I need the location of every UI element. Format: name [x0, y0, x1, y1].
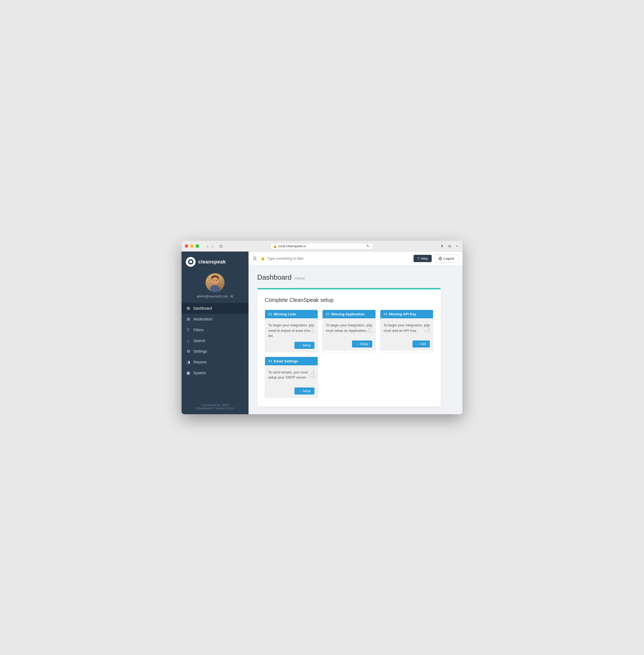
- step-1-action-label: → Setup: [298, 343, 311, 347]
- filters-icon: ▽: [186, 328, 191, 332]
- step-2-watermark: 2: [366, 320, 373, 335]
- chevron-icon-reports: ‹: [243, 360, 244, 364]
- avatar: [206, 273, 225, 292]
- sidebar: cleanspeak: [182, 252, 249, 414]
- settings-icon: ⚙: [186, 349, 191, 354]
- step-1-body: 1 To begin your integration, you need to…: [265, 318, 318, 352]
- step-3-header: #3 Missing API Key: [381, 310, 433, 318]
- setup-grid-row1: #1 Missing Lists 1 To begin your integra…: [265, 310, 433, 352]
- sidebar-toggle-button[interactable]: ⊡: [218, 244, 224, 249]
- app-layout: cleanspeak: [182, 252, 462, 414]
- search-icon: ⌕: [186, 338, 191, 343]
- step-3-num: #3: [384, 312, 387, 316]
- logout-button[interactable]: ⏻ Logout: [434, 254, 458, 263]
- step-3-watermark: 3: [423, 320, 431, 335]
- help-button[interactable]: ? Help: [414, 255, 432, 262]
- step-1-title: Missing Lists: [274, 312, 296, 316]
- step-4-action-label: → Setup: [298, 389, 311, 393]
- nav-label-system: System: [193, 371, 240, 375]
- step-2-body: 2 To begin your integration, you must se…: [323, 318, 375, 351]
- step-2-desc: To begin your integration, you must setu…: [326, 323, 372, 337]
- app-window: ‹ › ⊡ 🔒 local.cleanspeak.io ↻ ⬆ ⧉ +: [182, 241, 462, 414]
- page-header: Dashboard Home: [257, 273, 454, 281]
- svg-rect-2: [190, 260, 191, 261]
- minimize-button[interactable]: [190, 244, 194, 248]
- page-content: Dashboard Home Complete CleanSpeak setup…: [249, 266, 462, 414]
- chevron-icon-system: ‹: [243, 371, 244, 375]
- system-icon: ▣: [186, 370, 191, 375]
- main-area: ☰ 👍 ? Help ⏻ Logout Dashboard Home: [249, 252, 462, 414]
- maximize-button[interactable]: [196, 244, 199, 248]
- duplicate-button[interactable]: ⧉: [447, 244, 452, 249]
- step-1-desc: To begin your integration, you need to i…: [268, 323, 315, 339]
- nav-label-filters: Filters: [193, 328, 240, 332]
- setup-card: Complete CleanSpeak setup #1 Missing Lis…: [257, 288, 441, 407]
- user-email: admin@inversoft.com: [197, 295, 228, 298]
- sidebar-item-system[interactable]: ▣ System ‹: [182, 367, 249, 378]
- step-4-watermark: 4: [308, 367, 316, 382]
- sidebar-item-settings[interactable]: ⚙ Settings ‹: [182, 346, 249, 357]
- step-1-num: #1: [268, 312, 272, 316]
- nav-label-moderation: Moderation: [193, 317, 244, 321]
- step-2-title: Missing Application: [331, 312, 364, 316]
- svg-point-9: [216, 280, 217, 281]
- logout-icon: ⏻: [438, 256, 442, 261]
- step-4-header: #4 Email Settings: [265, 357, 318, 365]
- step-2-action-label: → Setup: [356, 342, 368, 346]
- breadcrumb: Home: [295, 276, 305, 280]
- sidebar-item-search[interactable]: ⌕ Search ‹: [182, 335, 249, 346]
- step-card-4: #4 Email Settings 4 To send emails, you …: [265, 357, 318, 398]
- dashboard-icon: ⊞: [186, 306, 191, 311]
- svg-point-8: [213, 280, 214, 281]
- step-2-action-button[interactable]: → Setup: [352, 340, 372, 347]
- step-4-desc: To send emails, you must setup your SMTP…: [268, 370, 315, 384]
- nav-label-reports: Reports: [193, 360, 240, 364]
- traffic-lights: [185, 244, 199, 248]
- menu-icon[interactable]: ☰: [253, 256, 257, 261]
- step-card-2: #2 Missing Application 2 To begin your i…: [322, 310, 375, 352]
- sidebar-item-filters[interactable]: ▽ Filters ‹: [182, 324, 249, 335]
- logo-text: cleanspeak: [198, 259, 226, 265]
- svg-point-7: [212, 277, 218, 284]
- sidebar-header: cleanspeak: [182, 252, 249, 271]
- logo-icon: [186, 257, 196, 267]
- sidebar-nav: ⊞ Dashboard ⊞ Moderation ▽ Filters ‹ ⌕ S…: [182, 303, 249, 378]
- moderation-icon: ⊞: [186, 317, 191, 321]
- lock-icon: 🔒: [273, 244, 277, 248]
- step-4-action-button[interactable]: → Setup: [295, 387, 315, 394]
- step-card-1: #1 Missing Lists 1 To begin your integra…: [265, 310, 318, 352]
- step-3-body: 3 To begin your integration, you must ad…: [381, 318, 433, 351]
- step-1-header: #1 Missing Lists: [265, 310, 318, 318]
- new-tab-button[interactable]: +: [454, 244, 459, 249]
- reports-icon: ◑: [186, 360, 191, 364]
- step-2-header: #2 Missing Application: [323, 310, 375, 318]
- back-button[interactable]: ‹: [206, 244, 210, 249]
- filter-icon: 👍: [260, 256, 265, 261]
- share-button[interactable]: ⬆: [439, 244, 445, 249]
- setup-grid-row2: #4 Email Settings 4 To send emails, you …: [265, 357, 433, 398]
- step-3-action-button[interactable]: → Add: [413, 340, 430, 347]
- setup-card-title: Complete CleanSpeak setup: [265, 297, 433, 303]
- sidebar-item-reports[interactable]: ◑ Reports ‹: [182, 357, 249, 367]
- nav-label-search: Search: [193, 339, 240, 343]
- address-bar[interactable]: 🔒 local.cleanspeak.io ↻: [271, 243, 373, 249]
- footer-version: CleanSpeak™ version 3.24.6: [186, 407, 244, 410]
- sidebar-item-dashboard[interactable]: ⊞ Dashboard: [182, 303, 249, 314]
- titlebar: ‹ › ⊡ 🔒 local.cleanspeak.io ↻ ⬆ ⧉ +: [182, 241, 462, 252]
- filter-input[interactable]: [268, 256, 411, 261]
- forward-button[interactable]: ›: [211, 244, 215, 249]
- help-icon: ?: [417, 256, 419, 261]
- chevron-icon-settings: ‹: [243, 349, 244, 353]
- step-2-num: #2: [326, 312, 329, 316]
- step-1-action-button[interactable]: → Setup: [295, 342, 315, 349]
- setup-card-body: Complete CleanSpeak setup #1 Missing Lis…: [257, 289, 441, 407]
- refresh-button[interactable]: ↻: [365, 244, 371, 249]
- step-4-num: #4: [268, 359, 272, 363]
- nav-buttons: ‹ ›: [206, 244, 214, 249]
- svg-point-10: [210, 285, 220, 292]
- nav-label-settings: Settings: [193, 349, 240, 354]
- sidebar-item-moderation[interactable]: ⊞ Moderation: [182, 314, 249, 324]
- step-4-body: 4 To send emails, you must setup your SM…: [265, 365, 318, 398]
- messages-icon[interactable]: ✉: [230, 294, 233, 299]
- close-button[interactable]: [185, 244, 188, 248]
